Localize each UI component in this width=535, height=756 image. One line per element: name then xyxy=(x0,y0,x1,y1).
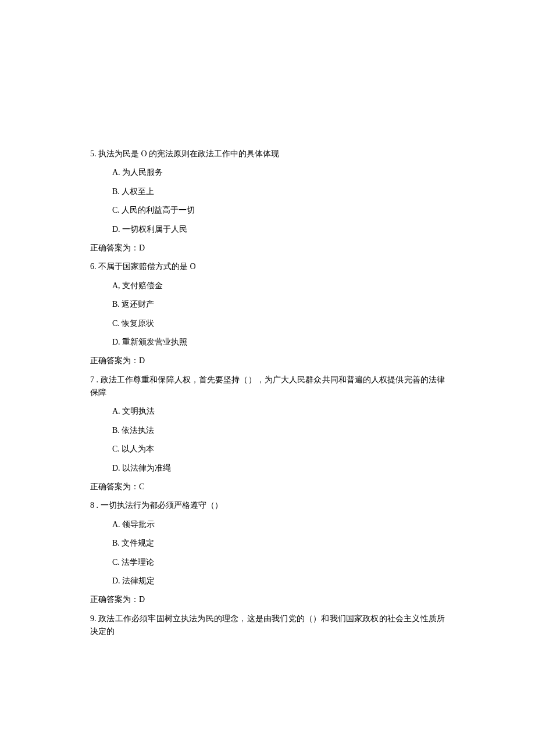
option-b: B. 返还财产 xyxy=(90,298,445,311)
option-a: A. 为人民服务 xyxy=(90,166,445,179)
option-b: B. 文件规定 xyxy=(90,537,445,550)
question-block: 7 . 政法工作尊重和保障人权，首先要坚持（），为广大人民群众共同和普遍的人权提… xyxy=(90,374,445,494)
answer-line: 正确答案为：D xyxy=(90,242,445,255)
question-number: 8 . xyxy=(90,501,98,510)
answer-label: 正确答案为： xyxy=(90,356,139,365)
option-c: C. 以人为本 xyxy=(90,443,445,456)
question-text: 不属于国家赔偿方式的是 O xyxy=(98,262,196,271)
question-stem: 5. 执法为民是 O 的宪法原则在政法工作中的具体体现 xyxy=(90,148,445,160)
question-number: 5. xyxy=(90,149,97,158)
question-text: 一切执法行为都必须严格遵守（） xyxy=(101,501,223,510)
answer-value: D xyxy=(139,356,145,365)
question-stem: 7 . 政法工作尊重和保障人权，首先要坚持（），为广大人民群众共同和普遍的人权提… xyxy=(90,374,445,400)
document-page: 5. 执法为民是 O 的宪法原则在政法工作中的具体体现 A. 为人民服务 B. … xyxy=(0,0,535,639)
answer-line: 正确答案为：C xyxy=(90,481,445,493)
question-block: 5. 执法为民是 O 的宪法原则在政法工作中的具体体现 A. 为人民服务 B. … xyxy=(90,148,445,255)
question-block: 6. 不属于国家赔偿方式的是 O A, 支付赔偿金 B. 返还财产 C. 恢复原… xyxy=(90,260,445,367)
answer-label: 正确答案为： xyxy=(90,243,139,252)
question-block: 9. 政法工作必须牢固树立执法为民的理念，这是由我们党的（）和我们国家政权的社会… xyxy=(90,612,445,639)
answer-line: 正确答案为：D xyxy=(90,593,445,606)
question-number: 7 . xyxy=(90,375,98,384)
answer-line: 正确答案为：D xyxy=(90,354,445,367)
answer-value: C xyxy=(139,482,144,491)
option-a: A. 领导批示 xyxy=(90,518,445,531)
option-a: A, 支付赔偿金 xyxy=(90,280,445,292)
option-a: A. 文明执法 xyxy=(90,405,445,418)
answer-label: 正确答案为： xyxy=(90,595,139,604)
option-d: D. 法律规定 xyxy=(90,575,445,587)
question-stem: 8 . 一切执法行为都必须严格遵守（） xyxy=(90,499,445,512)
question-number: 6. xyxy=(90,262,97,271)
question-number: 9. xyxy=(90,614,97,623)
question-text: 政法工作尊重和保障人权，首先要坚持（），为广大人民群众共同和普遍的人权提供完善的… xyxy=(90,375,445,397)
option-d: D. 以法律为准绳 xyxy=(90,462,445,475)
option-b: B. 依法执法 xyxy=(90,424,445,437)
question-stem: 9. 政法工作必须牢固树立执法为民的理念，这是由我们党的（）和我们国家政权的社会… xyxy=(90,612,445,639)
answer-label: 正确答案为： xyxy=(90,482,139,491)
answer-value: D xyxy=(139,243,145,252)
option-c: C. 恢复原状 xyxy=(90,317,445,330)
option-b: B. 人权至上 xyxy=(90,185,445,198)
option-d: D. 重新颁发营业执照 xyxy=(90,336,445,349)
question-block: 8 . 一切执法行为都必须严格遵守（） A. 领导批示 B. 文件规定 C. 法… xyxy=(90,499,445,606)
option-d: D. 一切权利属于人民 xyxy=(90,223,445,236)
option-c: C. 人民的利益高于一切 xyxy=(90,204,445,217)
question-stem: 6. 不属于国家赔偿方式的是 O xyxy=(90,260,445,273)
answer-value: D xyxy=(139,595,145,604)
question-text: 执法为民是 O 的宪法原则在政法工作中的具体体现 xyxy=(98,149,279,158)
question-text: 政法工作必须牢固树立执法为民的理念，这是由我们党的（）和我们国家政权的社会主义性… xyxy=(90,614,445,636)
option-c: C. 法学理论 xyxy=(90,556,445,569)
